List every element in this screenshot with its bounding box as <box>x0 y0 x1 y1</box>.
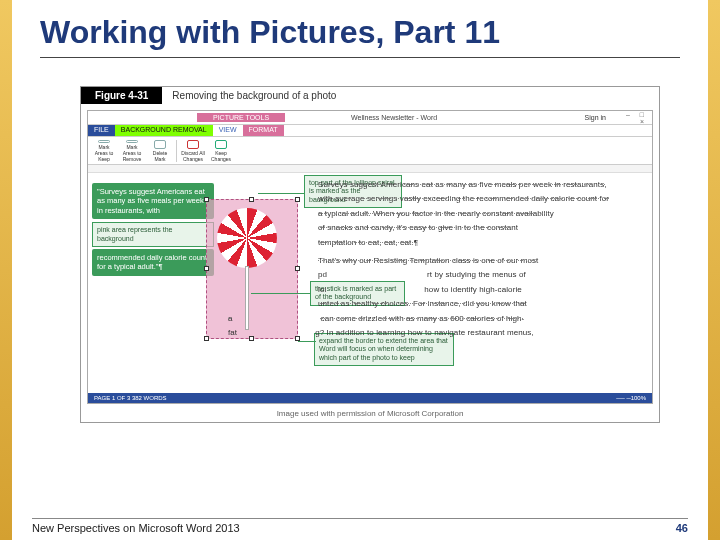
mark-areas-keep-button[interactable]: Mark Areas to Keep <box>92 140 116 162</box>
body-line: of snacks and candy, it's easy to give i… <box>318 222 644 234</box>
slide-title: Working with Pictures, Part 11 <box>40 14 680 58</box>
window-title: Wellness Newsletter - Word <box>285 114 503 121</box>
ribbon-tabs: FILE BACKGROUND REMOVAL VIEW FORMAT <box>88 125 652 137</box>
body-line: That's why our Resisting Temptation clas… <box>318 255 644 267</box>
tab-background-removal[interactable]: BACKGROUND REMOVAL <box>115 125 213 136</box>
sign-in-link[interactable]: Sign in <box>585 114 612 121</box>
resize-handle[interactable] <box>204 336 209 341</box>
gold-border-left <box>0 0 12 540</box>
ribbon: Mark Areas to Keep Mark Areas to Remove … <box>88 137 652 165</box>
window-controls[interactable]: – □ × <box>612 111 652 125</box>
body-line: acan come drizzled with as many as 600 c… <box>228 313 644 325</box>
status-bar: PAGE 1 OF 3 382 WORDS ── ─100% <box>88 393 652 403</box>
page-number: 46 <box>676 522 688 534</box>
figure-credit: Image used with permission of Microsoft … <box>81 406 659 422</box>
word-window: PICTURE TOOLS Wellness Newsletter - Word… <box>87 110 653 404</box>
figure-number: Figure 4-31 <box>81 87 162 104</box>
status-left: PAGE 1 OF 3 382 WORDS <box>94 395 167 401</box>
discard-changes-button[interactable]: Discard All Changes <box>181 140 205 162</box>
picture-tools-label: PICTURE TOOLS <box>197 113 285 122</box>
body-line: pdrt by studying the menus of <box>318 269 644 281</box>
callout-pink-area: pink area represents the background <box>92 222 214 247</box>
status-right: ── ─100% <box>616 395 646 401</box>
delete-mark-button[interactable]: Delete Mark <box>148 140 172 162</box>
gold-border-right <box>708 0 720 540</box>
resize-handle[interactable] <box>204 266 209 271</box>
body-line: Surveys suggest Americans eat as many as… <box>318 179 644 191</box>
body-line: unted as healthy choices. For instance, … <box>318 298 644 310</box>
tab-view[interactable]: VIEW <box>213 125 243 136</box>
ruler <box>88 165 652 173</box>
tab-format[interactable]: FORMAT <box>243 125 284 136</box>
body-text: Surveys suggest Americans eat as many as… <box>222 179 644 339</box>
pull-quote-bottom: recommended daily calorie count for a ty… <box>92 249 214 276</box>
tab-file[interactable]: FILE <box>88 125 115 136</box>
figure: Figure 4-31 Removing the background of a… <box>80 86 660 423</box>
figure-header: Figure 4-31 Removing the background of a… <box>81 87 659 104</box>
body-line: fatg? In addition to learning how to nav… <box>228 327 644 339</box>
window-titlebar: PICTURE TOOLS Wellness Newsletter - Word… <box>88 111 652 125</box>
figure-caption: Removing the background of a photo <box>162 87 346 104</box>
document-area: "Surveys suggest Americans eat as many a… <box>88 173 652 393</box>
resize-handle[interactable] <box>204 197 209 202</box>
footer-text: New Perspectives on Microsoft Word 2013 <box>32 522 240 534</box>
title-area: Working with Pictures, Part 11 <box>0 0 720 62</box>
pull-quote-top: "Surveys suggest Americans eat as many a… <box>92 183 214 219</box>
right-column: Surveys suggest Americans eat as many as… <box>218 173 652 393</box>
body-line: a typical adult. When you factor in the … <box>318 208 644 220</box>
left-column: "Surveys suggest Americans eat as many a… <box>88 173 218 393</box>
body-line: temptation to eat, eat, eat.¶ <box>318 237 644 249</box>
slide-footer: New Perspectives on Microsoft Word 2013 … <box>32 518 688 534</box>
body-line: lolhow to identify high-calorie <box>318 284 644 296</box>
keep-changes-button[interactable]: Keep Changes <box>209 140 233 162</box>
mark-areas-remove-button[interactable]: Mark Areas to Remove <box>120 140 144 162</box>
body-line: with average servings vastly exceeding t… <box>318 193 644 205</box>
